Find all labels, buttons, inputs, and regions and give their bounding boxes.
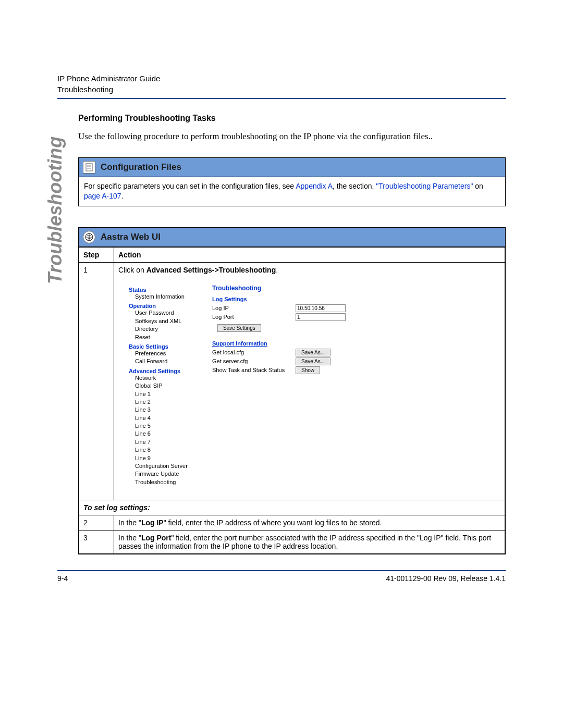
- step-text: In the ": [118, 519, 141, 527]
- nav-item[interactable]: Directory: [135, 325, 197, 333]
- footer-rule: [57, 570, 506, 571]
- nav-operation: Operation: [129, 303, 197, 309]
- nav-status: Status: [129, 287, 197, 293]
- web-panel-title: Aastra Web UI: [101, 232, 161, 242]
- config-text: For specific parameters you can set in t…: [84, 182, 296, 190]
- log-port-input[interactable]: [296, 313, 346, 321]
- get-local-label: Get local.cfg: [212, 349, 296, 355]
- step-num: 1: [79, 262, 114, 500]
- section-title: Performing Troubleshooting Tasks: [78, 114, 506, 123]
- nav-item[interactable]: System Information: [135, 293, 197, 301]
- globe-icon: [83, 231, 95, 243]
- step-num: 3: [79, 530, 114, 554]
- nav-item[interactable]: Line 5: [135, 422, 197, 430]
- nav-item[interactable]: Firmware Update: [135, 470, 197, 478]
- nav-column: Status System Information Operation User…: [129, 285, 197, 486]
- nav-basic: Basic Settings: [129, 343, 197, 350]
- page-number: 9-4: [57, 574, 68, 583]
- table-subheader: To set log settings:: [79, 500, 505, 515]
- nav-item[interactable]: User Password: [135, 309, 197, 317]
- config-text: , the section,: [333, 182, 376, 190]
- step-action: Click on Advanced Settings->Troubleshoot…: [114, 262, 505, 500]
- nav-item[interactable]: Line 8: [135, 446, 197, 454]
- log-ip-input[interactable]: [296, 304, 346, 312]
- show-button[interactable]: Show: [296, 366, 320, 374]
- svg-rect-0: [86, 164, 92, 171]
- config-text: .: [121, 192, 124, 200]
- web-ui-panel: Aastra Web UI Step Action 1 Click on Adv…: [78, 227, 506, 554]
- nav-item[interactable]: Troubleshooting: [135, 478, 197, 486]
- save-settings-button[interactable]: Save Settings: [217, 324, 261, 332]
- nav-item[interactable]: Line 6: [135, 430, 197, 438]
- table-row: 1 Click on Advanced Settings->Troublesho…: [79, 262, 505, 500]
- log-settings-subheader: To set log settings:: [79, 500, 505, 515]
- step-text: Click on: [118, 266, 146, 274]
- save-as-server-button[interactable]: Save As...: [296, 357, 331, 365]
- step-num: 2: [79, 515, 114, 530]
- config-panel-body: For specific parameters you can set in t…: [79, 177, 505, 206]
- table-row: 2 In the "Log IP" field, enter the IP ad…: [79, 515, 505, 530]
- nav-item[interactable]: Line 9: [135, 454, 197, 462]
- config-text: on: [473, 182, 483, 190]
- step-text: " field, enter the port number associate…: [118, 534, 491, 550]
- nav-item[interactable]: Line 1: [135, 390, 197, 398]
- step-text: In the ": [118, 534, 141, 542]
- nav-item[interactable]: Line 4: [135, 414, 197, 422]
- nav-item[interactable]: Network: [135, 374, 197, 382]
- form-column: Troubleshooting Log Settings Log IP Log …: [212, 285, 490, 486]
- steps-table: Step Action 1 Click on Advanced Settings…: [79, 247, 505, 554]
- step-action: In the "Log Port" field, enter the port …: [114, 530, 505, 554]
- nav-item[interactable]: Configuration Server: [135, 462, 197, 470]
- nav-item[interactable]: Line 2: [135, 398, 197, 406]
- form-title: Troubleshooting: [212, 285, 490, 292]
- doc-revision: 41-001129-00 Rev 09, Release 1.4.1: [386, 574, 506, 583]
- save-as-local-button[interactable]: Save As...: [296, 349, 331, 356]
- step-bold: Log Port: [141, 534, 172, 542]
- header-section: Troubleshooting: [57, 84, 506, 95]
- nav-item[interactable]: Global SIP: [135, 382, 197, 390]
- support-info-section: Support Information: [212, 340, 490, 347]
- nav-item[interactable]: Preferences: [135, 350, 197, 357]
- col-step: Step: [79, 247, 114, 262]
- nav-item[interactable]: Call Forward: [135, 357, 197, 365]
- appendix-link[interactable]: Appendix A: [296, 182, 333, 190]
- embedded-screenshot: Status System Information Operation User…: [118, 279, 500, 491]
- get-server-label: Get server.cfg: [212, 358, 296, 364]
- nav-advanced: Advanced Settings: [129, 368, 197, 374]
- step-bold: Advanced Settings->Troubleshooting: [146, 266, 276, 274]
- troubleshooting-params-link[interactable]: "Troubleshooting Parameters": [376, 182, 473, 190]
- col-action: Action: [114, 247, 505, 262]
- show-task-label: Show Task and Stack Status: [212, 367, 296, 373]
- log-port-label: Log Port: [212, 314, 296, 320]
- step-action: In the "Log IP" field, enter the IP addr…: [114, 515, 505, 530]
- log-settings-section: Log Settings: [212, 296, 490, 302]
- document-icon: [83, 161, 95, 174]
- table-row: 3 In the "Log Port" field, enter the por…: [79, 530, 505, 554]
- log-ip-label: Log IP: [212, 305, 296, 311]
- page-link[interactable]: page A-107: [84, 192, 121, 200]
- intro-paragraph: Use the following procedure to perform t…: [78, 130, 506, 143]
- nav-item[interactable]: Line 3: [135, 406, 197, 414]
- header-rule: [57, 98, 506, 99]
- nav-item[interactable]: Reset: [135, 334, 197, 341]
- header-guide-title: IP Phone Administrator Guide: [57, 73, 506, 84]
- nav-item[interactable]: Softkeys and XML: [135, 317, 197, 325]
- step-text: " field, enter the IP address of where y…: [164, 519, 382, 527]
- side-tab-label: Troubleshooting: [44, 137, 66, 284]
- config-files-panel: Configuration Files For specific paramet…: [78, 157, 506, 206]
- config-panel-title: Configuration Files: [101, 162, 181, 172]
- nav-item[interactable]: Line 7: [135, 438, 197, 446]
- step-text: .: [276, 266, 278, 274]
- step-bold: Log IP: [141, 519, 164, 527]
